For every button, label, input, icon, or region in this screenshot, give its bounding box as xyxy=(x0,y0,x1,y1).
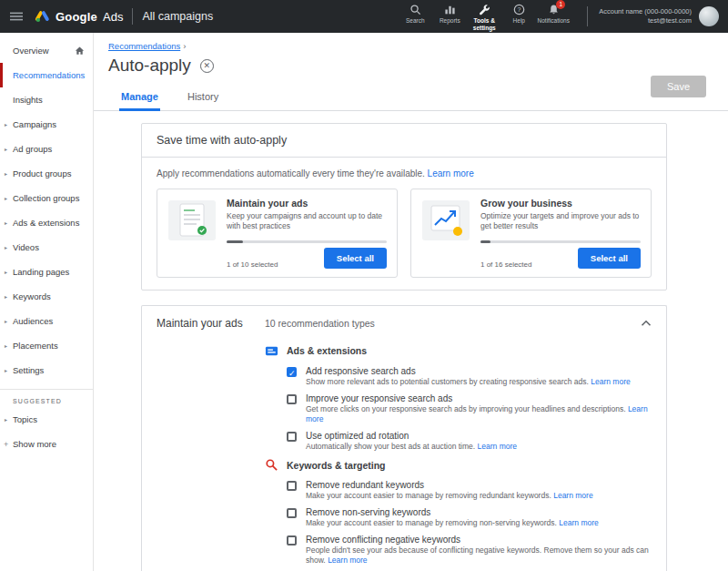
sidebar-item-label: Overview xyxy=(13,46,49,56)
select-all-button[interactable]: Select all xyxy=(578,248,641,269)
expand-arrow-icon: ▸ xyxy=(5,269,7,275)
learn-more-link[interactable]: Learn more xyxy=(428,168,474,178)
group-header-keywords-and-targeting: Keywords & targeting xyxy=(265,458,652,472)
sidebar-item-topics[interactable]: ▸Topics xyxy=(0,407,93,432)
sidebar-divider xyxy=(0,389,93,390)
breadcrumb: Recommendations› xyxy=(108,41,706,51)
sidebar-item-campaigns[interactable]: ▸Campaigns xyxy=(0,112,93,137)
auto-apply-card: Save time with auto-apply Apply recommen… xyxy=(141,123,667,291)
help-icon: ? xyxy=(512,4,525,16)
tab-history[interactable]: History xyxy=(186,87,220,111)
nav-search[interactable]: Search xyxy=(398,2,432,25)
auto-apply-card-title: Save time with auto-apply xyxy=(142,124,666,158)
select-all-button[interactable]: Select all xyxy=(324,248,387,269)
nav-label: Reports xyxy=(440,17,460,25)
campaign-selector[interactable]: All campaigns xyxy=(142,10,213,23)
sidebar-item-label: Placements xyxy=(13,341,58,351)
sidebar-item-collection-groups[interactable]: ▸Collection groups xyxy=(0,186,93,210)
sidebar-item-overview[interactable]: Overview xyxy=(0,38,93,63)
checkbox[interactable] xyxy=(287,481,297,491)
learn-more-link[interactable]: Learn more xyxy=(591,377,630,386)
progress-bar xyxy=(227,240,387,243)
save-button[interactable]: Save xyxy=(651,76,706,97)
avatar[interactable] xyxy=(699,6,719,26)
hamburger-menu-icon[interactable] xyxy=(9,8,25,25)
page-title: Auto-apply xyxy=(108,56,191,76)
checkbox[interactable]: ✓ xyxy=(287,367,297,377)
panel-description: Optimize your targets and improve your a… xyxy=(480,211,641,232)
sidebar: OverviewRecommendationsInsights▸Campaign… xyxy=(0,33,94,571)
expand-arrow-icon: ▸ xyxy=(5,416,7,423)
checkbox[interactable] xyxy=(287,394,297,404)
recommendation-description: Get more clicks on your responsive searc… xyxy=(306,404,652,424)
progress-label: 1 of 10 selected xyxy=(227,260,278,269)
progress-label: 1 of 16 selected xyxy=(480,260,531,269)
sidebar-item-settings[interactable]: ▸Settings xyxy=(0,358,93,382)
sidebar-item-videos[interactable]: ▸Videos xyxy=(0,235,93,260)
account-menu[interactable]: Account name (000-000-0000) test@test.co… xyxy=(587,6,719,26)
nav-notifications[interactable]: 1 Notifications xyxy=(536,2,571,25)
checkbox[interactable] xyxy=(287,432,297,442)
panel-grow-your-business: Grow your business Optimize your targets… xyxy=(410,189,652,278)
close-icon[interactable]: ✕ xyxy=(200,59,214,73)
page-header: Recommendations› Auto-apply ✕ Manage His… xyxy=(94,33,728,111)
google-ads-logo[interactable]: GoogleAds xyxy=(35,9,123,24)
collapse-chevron-icon[interactable] xyxy=(641,320,652,327)
recommendation-description: Show more relevant ads to potential cust… xyxy=(306,377,631,387)
topbar-divider xyxy=(132,8,133,25)
progress-bar xyxy=(480,240,641,243)
recommendations-section-header: Maintain your ads 10 recommendation type… xyxy=(142,306,666,339)
nav-reports[interactable]: Reports xyxy=(432,2,467,25)
sidebar-item-insights[interactable]: Insights xyxy=(0,87,93,112)
topbar-nav: Search Reports Tools & settings ? Help 1 xyxy=(398,2,571,32)
recommendation-item-remove-non-serving-keywords: Remove non-serving keywordsMake your acc… xyxy=(287,507,652,528)
panel-description: Keep your campaigns and account up to da… xyxy=(227,211,387,232)
sidebar-item-landing-pages[interactable]: ▸Landing pages xyxy=(0,260,93,284)
sidebar-item-placements[interactable]: ▸Placements xyxy=(0,333,93,358)
nav-help[interactable]: ? Help xyxy=(501,2,536,25)
recommendation-label: Use optimized ad rotation xyxy=(306,431,517,441)
sidebar-item-ad-groups[interactable]: ▸Ad groups xyxy=(0,137,93,161)
expand-arrow-icon: ▸ xyxy=(5,367,7,373)
recommendation-label: Remove redundant keywords xyxy=(306,480,593,490)
section-subtitle: 10 recommendation types xyxy=(265,318,375,329)
sidebar-item-keywords[interactable]: ▸Keywords xyxy=(0,284,93,309)
expand-arrow-icon: ▸ xyxy=(5,293,7,300)
sidebar-item-recommendations[interactable]: Recommendations xyxy=(0,63,93,87)
nav-tools-settings[interactable]: Tools & settings xyxy=(467,2,501,32)
tab-bar: Manage History xyxy=(108,87,706,110)
nav-label: Help xyxy=(513,17,525,25)
group-name: Keywords & targeting xyxy=(287,460,386,471)
recommendation-item-remove-redundant-keywords: Remove redundant keywordsMake your accou… xyxy=(287,480,652,501)
checkbox[interactable] xyxy=(287,535,297,546)
learn-more-link[interactable]: Learn more xyxy=(328,556,367,565)
learn-more-link[interactable]: Learn more xyxy=(478,442,517,451)
sidebar-item-ads-and-extensions[interactable]: ▸Ads & extensions xyxy=(0,210,93,235)
home-icon xyxy=(75,46,85,56)
expand-arrow-icon: ▸ xyxy=(5,318,7,324)
expand-arrow-icon: ▸ xyxy=(5,170,7,177)
panel-title: Maintain your ads xyxy=(227,198,387,209)
learn-more-link[interactable]: Learn more xyxy=(559,518,598,527)
recommendation-groups: Ads & extensions✓Add responsive search a… xyxy=(142,344,666,571)
sidebar-item-product-groups[interactable]: ▸Product groups xyxy=(0,161,93,186)
expand-arrow-icon: ▸ xyxy=(5,121,7,127)
ads-extensions-icon xyxy=(265,344,278,358)
sidebar-item-audiences[interactable]: ▸Audiences xyxy=(0,309,93,333)
reports-icon xyxy=(443,4,456,16)
sidebar-item-label: Audiences xyxy=(13,316,53,326)
checkbox[interactable] xyxy=(287,508,297,518)
recommendation-label: Improve your responsive search ads xyxy=(306,393,652,403)
auto-apply-panels: Maintain your ads Keep your campaigns an… xyxy=(157,189,652,278)
search-icon xyxy=(409,4,421,16)
brand-ads: Ads xyxy=(103,10,123,24)
group-name: Ads & extensions xyxy=(287,345,367,356)
breadcrumb-link[interactable]: Recommendations xyxy=(108,41,180,51)
group-header-ads-and-extensions: Ads & extensions xyxy=(265,344,652,358)
sidebar-item-show-more[interactable]: +Show more xyxy=(0,432,93,456)
tab-manage[interactable]: Manage xyxy=(119,87,160,111)
recommendation-item-use-optimized-ad-rotation: Use optimized ad rotationAutomatically s… xyxy=(287,431,652,452)
learn-more-link[interactable]: Learn more xyxy=(553,491,592,500)
sidebar-item-label: Recommendations xyxy=(13,70,85,80)
expand-arrow-icon: ▸ xyxy=(5,244,7,250)
